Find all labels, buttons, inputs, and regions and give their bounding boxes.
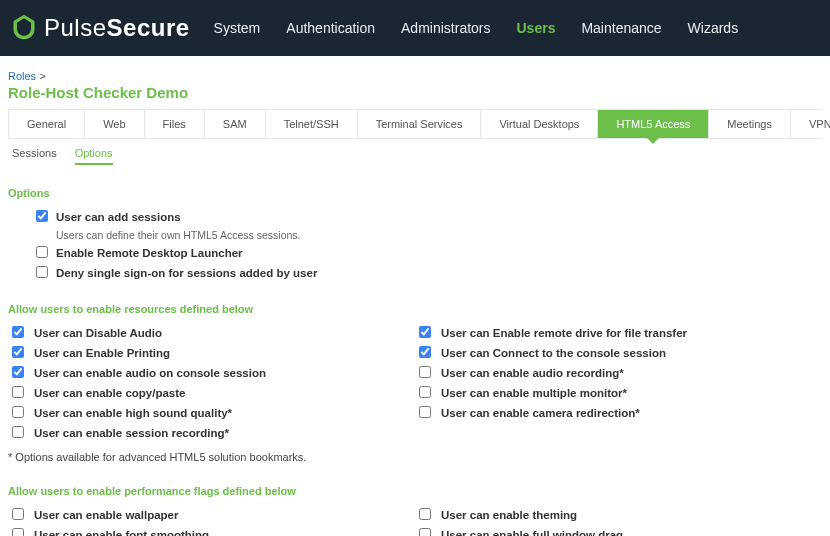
tab-files[interactable]: Files xyxy=(144,110,204,138)
option-label: User can enable wallpaper xyxy=(34,507,178,523)
option-row: User can enable wallpaper xyxy=(12,507,415,523)
tab-general[interactable]: General xyxy=(8,110,84,138)
option-checkbox[interactable] xyxy=(419,326,431,338)
secondary-tabs: SessionsOptions xyxy=(8,141,822,165)
option-label: User can Enable remote drive for file tr… xyxy=(441,325,687,341)
option-label: User can enable theming xyxy=(441,507,577,523)
breadcrumb-sep: > xyxy=(39,70,45,82)
option-row: User can enable multiple monitor* xyxy=(419,385,822,401)
option-row: User can Enable Printing xyxy=(12,345,415,361)
page-content: Roles > Role-Host Checker Demo GeneralWe… xyxy=(0,56,830,536)
brand-logo: PulseSecure xyxy=(10,13,190,44)
section-options-title: Options xyxy=(8,187,822,199)
option-label: User can enable full window drag xyxy=(441,527,623,536)
options-list: User can add sessionsUsers can define th… xyxy=(36,209,822,281)
brand-text: PulseSecure xyxy=(44,14,190,42)
option-label: User can enable audio on console session xyxy=(34,365,266,381)
tab-vpn-tunneling[interactable]: VPN Tunneling xyxy=(790,110,830,138)
option-checkbox[interactable] xyxy=(12,508,24,520)
option-label: User can add sessions xyxy=(56,209,181,225)
pulse-secure-icon xyxy=(10,13,38,44)
option-row: Enable Remote Desktop Launcher xyxy=(36,245,822,261)
performance-left: User can enable wallpaperUser can enable… xyxy=(8,507,415,536)
option-row: User can enable high sound quality* xyxy=(12,405,415,421)
option-label: User can Connect to the console session xyxy=(441,345,666,361)
performance-columns: User can enable wallpaperUser can enable… xyxy=(8,507,822,536)
nav-item-wizards[interactable]: Wizards xyxy=(688,20,739,36)
option-checkbox[interactable] xyxy=(419,406,431,418)
option-label: User can Enable Printing xyxy=(34,345,170,361)
option-row: User can enable camera redirection* xyxy=(419,405,822,421)
option-row: User can Disable Audio xyxy=(12,325,415,341)
option-row: User can enable copy/paste xyxy=(12,385,415,401)
option-checkbox[interactable] xyxy=(12,426,24,438)
option-checkbox[interactable] xyxy=(419,386,431,398)
option-label: User can enable camera redirection* xyxy=(441,405,640,421)
option-checkbox[interactable] xyxy=(419,346,431,358)
option-label: User can enable font smoothing xyxy=(34,527,209,536)
option-label: User can Disable Audio xyxy=(34,325,162,341)
option-checkbox[interactable] xyxy=(419,528,431,536)
tab-web[interactable]: Web xyxy=(84,110,143,138)
breadcrumb-link[interactable]: Roles xyxy=(8,70,36,82)
option-checkbox[interactable] xyxy=(12,406,24,418)
subtab-sessions[interactable]: Sessions xyxy=(12,147,57,165)
tab-sam[interactable]: SAM xyxy=(204,110,265,138)
option-label: User can enable session recording* xyxy=(34,425,229,441)
option-row: User can enable session recording* xyxy=(12,425,415,441)
nav-item-maintenance[interactable]: Maintenance xyxy=(581,20,661,36)
option-label: User can enable copy/paste xyxy=(34,385,185,401)
option-label: Enable Remote Desktop Launcher xyxy=(56,245,243,261)
option-label: User can enable audio recording* xyxy=(441,365,624,381)
resources-columns: User can Disable AudioUser can Enable Pr… xyxy=(8,325,822,445)
top-nav-bar: PulseSecure SystemAuthenticationAdminist… xyxy=(0,0,830,56)
section-performance-title: Allow users to enable performance flags … xyxy=(8,485,822,497)
option-label: User can enable multiple monitor* xyxy=(441,385,627,401)
tab-virtual-desktops[interactable]: Virtual Desktops xyxy=(480,110,597,138)
resources-right: User can Enable remote drive for file tr… xyxy=(415,325,822,445)
tab-html5-access[interactable]: HTML5 Access xyxy=(597,110,708,138)
option-row: User can enable full window drag xyxy=(419,527,822,536)
resources-footnote: * Options available for advanced HTML5 s… xyxy=(8,451,822,463)
option-row: Deny single sign-on for sessions added b… xyxy=(36,265,822,281)
option-checkbox[interactable] xyxy=(12,346,24,358)
option-row: User can Enable remote drive for file tr… xyxy=(419,325,822,341)
resources-left: User can Disable AudioUser can Enable Pr… xyxy=(8,325,415,445)
option-row: User can enable font smoothing xyxy=(12,527,415,536)
option-row: User can enable theming xyxy=(419,507,822,523)
option-row: User can add sessions xyxy=(36,209,822,225)
option-row: User can enable audio on console session xyxy=(12,365,415,381)
option-checkbox[interactable] xyxy=(12,366,24,378)
option-label: Deny single sign-on for sessions added b… xyxy=(56,265,317,281)
option-checkbox[interactable] xyxy=(419,508,431,520)
nav-item-administrators[interactable]: Administrators xyxy=(401,20,490,36)
option-row: User can enable audio recording* xyxy=(419,365,822,381)
nav-item-authentication[interactable]: Authentication xyxy=(286,20,375,36)
tab-terminal-services[interactable]: Terminal Services xyxy=(357,110,481,138)
tab-meetings[interactable]: Meetings xyxy=(708,110,790,138)
nav-item-system[interactable]: System xyxy=(214,20,261,36)
option-checkbox[interactable] xyxy=(36,266,48,278)
performance-right: User can enable themingUser can enable f… xyxy=(415,507,822,536)
primary-tabs: GeneralWebFilesSAMTelnet/SSHTerminal Ser… xyxy=(8,109,822,139)
option-label: User can enable high sound quality* xyxy=(34,405,232,421)
breadcrumb: Roles > xyxy=(8,70,822,82)
page-title: Role-Host Checker Demo xyxy=(8,84,822,101)
tab-telnet-ssh[interactable]: Telnet/SSH xyxy=(265,110,357,138)
main-nav: SystemAuthenticationAdministratorsUsersM… xyxy=(214,20,739,36)
option-row: User can Connect to the console session xyxy=(419,345,822,361)
option-checkbox[interactable] xyxy=(419,366,431,378)
option-checkbox[interactable] xyxy=(36,246,48,258)
option-checkbox[interactable] xyxy=(12,386,24,398)
subtab-options[interactable]: Options xyxy=(75,147,113,165)
option-checkbox[interactable] xyxy=(12,326,24,338)
option-desc: Users can define their own HTML5 Access … xyxy=(56,229,822,241)
option-checkbox[interactable] xyxy=(36,210,48,222)
option-checkbox[interactable] xyxy=(12,528,24,536)
section-resources-title: Allow users to enable resources defined … xyxy=(8,303,822,315)
nav-item-users[interactable]: Users xyxy=(517,20,556,36)
